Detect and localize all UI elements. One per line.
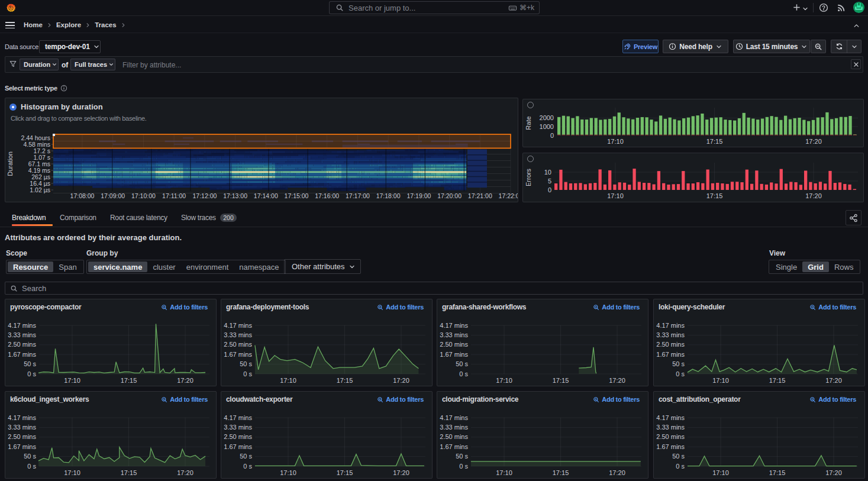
svg-text:50 s: 50 s <box>240 360 252 367</box>
svg-text:17:20: 17:20 <box>609 469 625 476</box>
svg-text:50 s: 50 s <box>240 453 252 460</box>
svg-text:17:20: 17:20 <box>825 469 842 476</box>
svg-text:4.17 mins: 4.17 mins <box>8 414 36 421</box>
svg-text:3.33 mins: 3.33 mins <box>656 331 685 338</box>
svg-text:50 s: 50 s <box>456 360 468 367</box>
svg-text:17:15: 17:15 <box>121 377 137 384</box>
svg-text:1000: 1000 <box>540 123 554 130</box>
svg-text:17:17:00: 17:17:00 <box>346 192 370 199</box>
svg-text:17:13:00: 17:13:00 <box>223 192 247 199</box>
svg-text:17:20: 17:20 <box>609 377 625 384</box>
svg-text:0 s: 0 s <box>459 463 468 470</box>
svg-text:17:15: 17:15 <box>337 377 353 384</box>
svg-text:17:20:00: 17:20:00 <box>437 192 462 199</box>
svg-text:17:15: 17:15 <box>706 138 723 145</box>
svg-text:17:10: 17:10 <box>496 469 512 476</box>
svg-text:2.50 mins: 2.50 mins <box>440 433 468 440</box>
svg-text:1.67 mins: 1.67 mins <box>8 443 36 450</box>
svg-text:17:12:00: 17:12:00 <box>192 192 217 199</box>
svg-text:2.50 mins: 2.50 mins <box>656 433 685 440</box>
svg-text:17:20: 17:20 <box>177 377 193 384</box>
svg-text:0 s: 0 s <box>27 370 36 377</box>
svg-text:1.67 mins: 1.67 mins <box>224 443 252 450</box>
svg-text:4.17 mins: 4.17 mins <box>440 322 468 329</box>
svg-text:4.17 mins: 4.17 mins <box>656 414 685 421</box>
svg-text:17:10: 17:10 <box>607 192 624 199</box>
svg-text:17:22:00: 17:22:00 <box>499 192 518 199</box>
svg-text:1.67 mins: 1.67 mins <box>656 443 685 450</box>
svg-text:3.33 mins: 3.33 mins <box>8 424 36 431</box>
svg-text:17:15: 17:15 <box>553 469 569 476</box>
svg-text:17:10: 17:10 <box>280 377 296 384</box>
svg-text:3.33 mins: 3.33 mins <box>656 424 685 431</box>
svg-text:2.50 mins: 2.50 mins <box>440 341 468 348</box>
svg-text:17:10: 17:10 <box>64 469 80 476</box>
svg-text:17:20: 17:20 <box>393 377 409 384</box>
svg-text:3.33 mins: 3.33 mins <box>224 424 252 431</box>
svg-text:2000: 2000 <box>540 114 554 121</box>
svg-text:1.67 mins: 1.67 mins <box>440 351 468 358</box>
svg-text:17:10:00: 17:10:00 <box>131 192 156 199</box>
svg-text:17:16:00: 17:16:00 <box>315 192 339 199</box>
svg-text:1.67 mins: 1.67 mins <box>440 443 468 450</box>
svg-text:17:11:00: 17:11:00 <box>162 192 186 199</box>
svg-text:5: 5 <box>548 177 551 185</box>
svg-text:17:10: 17:10 <box>280 469 296 476</box>
svg-text:4.17 mins: 4.17 mins <box>440 414 468 421</box>
svg-text:17:10: 17:10 <box>712 377 729 384</box>
svg-text:17:10: 17:10 <box>496 377 512 384</box>
svg-text:0 s: 0 s <box>676 370 685 377</box>
svg-text:17:09:00: 17:09:00 <box>101 192 125 199</box>
svg-text:4.17 mins: 4.17 mins <box>656 322 685 329</box>
svg-text:0 s: 0 s <box>27 463 36 470</box>
svg-text:1.67 mins: 1.67 mins <box>224 351 252 358</box>
svg-text:10: 10 <box>544 169 551 176</box>
svg-text:0: 0 <box>548 186 551 193</box>
svg-text:2.50 mins: 2.50 mins <box>656 341 685 348</box>
svg-text:17:15: 17:15 <box>553 377 569 384</box>
svg-text:1.67 mins: 1.67 mins <box>656 351 685 358</box>
svg-text:2.50 mins: 2.50 mins <box>8 433 36 440</box>
svg-text:17:10: 17:10 <box>607 138 624 145</box>
svg-text:17:20: 17:20 <box>805 192 822 199</box>
svg-text:2.50 mins: 2.50 mins <box>8 341 36 348</box>
svg-text:17:15: 17:15 <box>121 469 137 476</box>
svg-text:17:20: 17:20 <box>805 138 822 145</box>
svg-text:0: 0 <box>550 132 554 139</box>
svg-text:0 s: 0 s <box>243 370 252 377</box>
svg-text:50 s: 50 s <box>24 360 36 367</box>
svg-text:4.17 mins: 4.17 mins <box>8 322 36 329</box>
svg-text:3.33 mins: 3.33 mins <box>224 331 252 338</box>
svg-text:17:15: 17:15 <box>337 469 353 476</box>
svg-text:Duration: Duration <box>7 151 14 176</box>
svg-text:17:15:00: 17:15:00 <box>285 192 309 199</box>
svg-text:17:18:00: 17:18:00 <box>376 192 401 199</box>
svg-text:0 s: 0 s <box>243 463 252 470</box>
svg-text:17:10: 17:10 <box>712 469 729 476</box>
svg-text:50 s: 50 s <box>672 453 685 460</box>
svg-text:3.33 mins: 3.33 mins <box>440 331 468 338</box>
svg-text:17:08:00: 17:08:00 <box>70 192 95 199</box>
svg-text:17:20: 17:20 <box>825 377 842 384</box>
svg-text:17:21:00: 17:21:00 <box>468 192 492 199</box>
svg-text:3.33 mins: 3.33 mins <box>440 424 468 431</box>
svg-text:2.50 mins: 2.50 mins <box>224 341 252 348</box>
svg-text:1.67 mins: 1.67 mins <box>8 351 36 358</box>
svg-text:Rate: Rate <box>525 116 532 130</box>
svg-text:17:10: 17:10 <box>64 377 80 384</box>
svg-text:4.17 mins: 4.17 mins <box>224 322 252 329</box>
svg-text:0 s: 0 s <box>459 370 468 377</box>
svg-text:1.02 µs: 1.02 µs <box>30 186 50 193</box>
svg-text:17:15: 17:15 <box>769 377 786 384</box>
svg-text:17:15: 17:15 <box>706 192 723 199</box>
svg-text:4.17 mins: 4.17 mins <box>224 414 252 421</box>
svg-text:0 s: 0 s <box>676 463 685 470</box>
svg-text:17:15: 17:15 <box>769 469 786 476</box>
svg-text:50 s: 50 s <box>456 453 468 460</box>
svg-text:50 s: 50 s <box>672 360 685 367</box>
svg-text:17:14:00: 17:14:00 <box>254 192 278 199</box>
svg-text:2.50 mins: 2.50 mins <box>224 433 252 440</box>
svg-text:17:19:00: 17:19:00 <box>406 192 431 199</box>
svg-text:Errors: Errors <box>525 169 532 186</box>
svg-text:17:20: 17:20 <box>393 469 409 476</box>
